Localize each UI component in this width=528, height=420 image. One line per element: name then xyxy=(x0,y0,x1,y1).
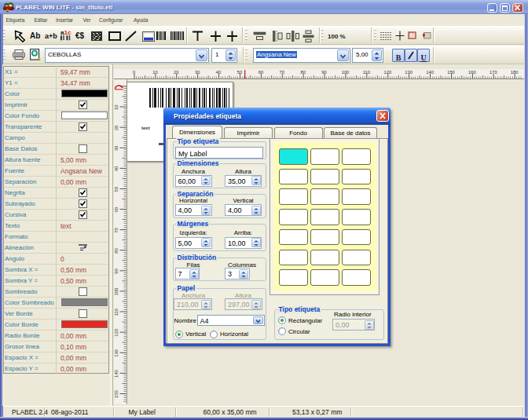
svg-text:150: 150 xyxy=(114,390,119,398)
svg-text:30: 30 xyxy=(194,70,199,75)
svg-text:60: 60 xyxy=(258,70,262,75)
svg-text:50: 50 xyxy=(114,187,119,192)
svg-text:80: 80 xyxy=(114,248,119,253)
svg-text:90: 90 xyxy=(114,268,119,273)
svg-text:120: 120 xyxy=(383,70,391,75)
svg-text:90: 90 xyxy=(321,70,326,75)
svg-text:60: 60 xyxy=(114,207,119,212)
svg-text:20: 20 xyxy=(114,126,119,130)
svg-text:150: 150 xyxy=(447,70,455,75)
svg-text:10: 10 xyxy=(114,105,119,110)
svg-text:80: 80 xyxy=(300,70,305,75)
svg-text:120: 120 xyxy=(114,329,119,337)
svg-text:40: 40 xyxy=(114,166,119,171)
svg-text:130: 130 xyxy=(405,70,412,75)
svg-text:50: 50 xyxy=(236,70,241,75)
svg-text:70: 70 xyxy=(279,70,284,75)
svg-text:0: 0 xyxy=(132,70,134,75)
svg-text:170: 170 xyxy=(489,70,497,75)
svg-text:180: 180 xyxy=(510,70,518,75)
svg-text:10: 10 xyxy=(152,70,157,75)
svg-text:140: 140 xyxy=(426,70,434,75)
svg-text:100: 100 xyxy=(114,288,119,296)
svg-text:160: 160 xyxy=(468,70,476,75)
svg-text:140: 140 xyxy=(114,370,119,378)
svg-text:70: 70 xyxy=(114,228,119,232)
svg-text:40: 40 xyxy=(215,70,220,75)
svg-text:110: 110 xyxy=(114,309,119,316)
svg-text:100: 100 xyxy=(341,70,349,75)
svg-text:20: 20 xyxy=(174,70,178,75)
svg-text:30: 30 xyxy=(114,146,119,151)
svg-text:110: 110 xyxy=(362,70,369,75)
svg-text:130: 130 xyxy=(114,349,119,357)
